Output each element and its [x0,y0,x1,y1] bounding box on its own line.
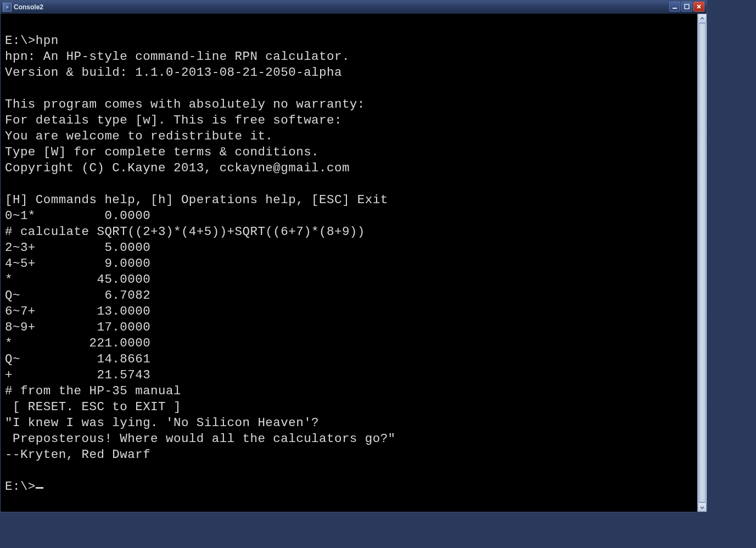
terminal-line: Q~ 6.7082 [5,288,150,303]
scroll-down-button[interactable] [698,502,707,512]
cursor [36,487,43,489]
scroll-track[interactable] [698,23,707,502]
terminal-line: Type [W] for complete terms & conditions… [5,145,319,159]
terminal-line: 2~3+ 5.0000 [5,241,150,255]
terminal-line: [ RESET. ESC to EXIT ] [5,400,181,414]
terminal-prompt: E:\> [5,479,36,494]
terminal-line: 4~5+ 9.0000 [5,256,150,271]
window-controls [669,1,707,13]
terminal-line: Copyright (C) C.Kayne 2013, cckayne@gmai… [5,161,350,175]
terminal-line: This program comes with absolutely no wa… [5,97,365,111]
minimize-icon [672,4,677,9]
titlebar[interactable]: Console2 [1,1,707,14]
terminal-output[interactable]: E:\>hpn hpn: An HP-style command-line RP… [1,14,697,512]
terminal-line: E:\>hpn [5,33,59,48]
maximize-button[interactable] [681,2,692,12]
minimize-button[interactable] [669,2,680,12]
terminal-line: --Kryten, Red Dwarf [5,448,150,462]
terminal-line: Q~ 14.8661 [5,352,150,366]
application-window: Console2 E:\>hpn hpn: An HP-style comman… [0,0,707,512]
scroll-thumb[interactable] [698,23,706,502]
terminal-line: You are welcome to redistribute it. [5,129,273,143]
close-button[interactable] [693,2,704,12]
terminal-line: hpn: An HP-style command-line RPN calcul… [5,49,350,64]
terminal-line: # calculate SQRT((2+3)*(4+5))+SQRT((6+7)… [5,225,365,239]
app-icon [3,3,12,12]
terminal-line: 6~7+ 13.0000 [5,304,150,318]
chevron-down-icon [700,505,704,510]
terminal-line: 0~1* 0.0000 [5,209,150,223]
terminal-area: E:\>hpn hpn: An HP-style command-line RP… [1,14,707,512]
terminal-line: Version & build: 1.1.0-2013-08-21-2050-a… [5,65,342,80]
terminal-line: Preposterous! Where would all the calcul… [5,432,396,446]
terminal-line: For details type [w]. This is free softw… [5,113,342,127]
terminal-line: * 45.0000 [5,272,150,287]
svg-rect-0 [673,8,677,9]
terminal-line: * 221.0000 [5,336,150,350]
svg-rect-1 [685,4,689,9]
terminal-line: + 21.5743 [5,368,150,382]
maximize-icon [684,4,690,9]
close-icon [696,4,702,9]
vertical-scrollbar[interactable] [697,14,707,512]
scroll-up-button[interactable] [698,14,707,23]
chevron-up-icon [700,16,704,21]
window-title: Console2 [14,3,669,11]
terminal-line: "I knew I was lying. 'No Silicon Heaven'… [5,416,319,430]
terminal-line: [H] Commands help, [h] Operations help, … [5,193,388,207]
terminal-line: # from the HP-35 manual [5,384,181,398]
terminal-line: 8~9+ 17.0000 [5,320,150,334]
